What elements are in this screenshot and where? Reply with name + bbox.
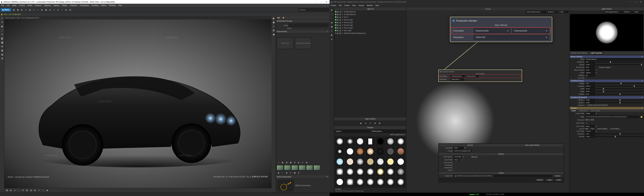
- menu-editors[interactable]: Editors: [101, 4, 106, 6]
- maximize-button[interactable]: □: [633, 0, 638, 3]
- panel-tool-icon[interactable]: ◧: [281, 161, 284, 164]
- tool-icon[interactable]: ✎: [0, 32, 4, 36]
- panel-tool-icon[interactable]: ◆: [305, 161, 308, 164]
- hot-thumb[interactable]: [292, 165, 298, 170]
- tool-icon[interactable]: ⊕: [0, 44, 4, 48]
- menu-product[interactable]: Product: [19, 4, 25, 6]
- longitude-input[interactable]: [585, 85, 595, 87]
- tool-icon[interactable]: ◉: [330, 21, 334, 24]
- latitude-slider[interactable]: [596, 83, 643, 84]
- control-icon[interactable]: ✖: [373, 121, 377, 125]
- bottom-tool-icon[interactable]: ◉: [45, 189, 49, 192]
- bottom-tool-icon[interactable]: ◆: [33, 189, 37, 192]
- image-path-input[interactable]: [585, 116, 639, 118]
- tool-icon[interactable]: ◉: [0, 49, 4, 52]
- control-icon[interactable]: ⊕: [364, 121, 368, 125]
- toolbar-icon[interactable]: ▥: [68, 8, 72, 12]
- width-slider[interactable]: [596, 88, 643, 89]
- menu-mapping[interactable]: Mapping: [44, 4, 51, 6]
- project-checkbox[interactable]: [454, 169, 455, 171]
- tool-icon[interactable]: ◧: [0, 36, 4, 40]
- handle-u-slider[interactable]: [596, 100, 643, 100]
- preset-thumb[interactable]: [335, 147, 345, 156]
- colormode-select[interactable]: Source: [585, 130, 595, 132]
- hot-thumb[interactable]: [306, 165, 313, 170]
- tool-icon[interactable]: ⚙: [0, 57, 4, 60]
- tool-icon[interactable]: ◆: [272, 32, 276, 36]
- light-row[interactable]: ◧▤☀2k Mole Blurred: [334, 13, 406, 16]
- toolbar-icon[interactable]: ●: [24, 8, 28, 12]
- tab-rvs[interactable]: Render View Settings: [569, 52, 589, 54]
- bottom-tool-icon[interactable]: ⬚: [41, 189, 45, 192]
- refresh-icon[interactable]: ↻: [325, 30, 329, 33]
- orientation-select-1[interactable]: Patchwork3D ▾: [451, 75, 464, 77]
- preset-thumb[interactable]: [335, 167, 345, 177]
- toolbar-icon[interactable]: ☼: [60, 8, 64, 12]
- hot-thumb[interactable]: [277, 165, 284, 170]
- content-colorprofile-select[interactable]: linear: [585, 125, 595, 128]
- preset-thumb[interactable]: [376, 137, 385, 146]
- browse-button[interactable]: Browse: [553, 175, 562, 177]
- opacity-slider[interactable]: [596, 64, 643, 65]
- panel-tool-icon[interactable]: ◉: [285, 171, 288, 175]
- orientation-select-2[interactable]: Patchwork3D▾: [512, 28, 549, 33]
- light-row[interactable]: ◧▤☀Round Light: [334, 21, 406, 24]
- resolution-select[interactable]: 1500x750 ▾: [451, 78, 464, 81]
- toolbar-icon[interactable]: ☰: [56, 8, 60, 12]
- tool-icon[interactable]: ⊕: [330, 37, 334, 41]
- width-input[interactable]: [585, 88, 595, 90]
- preset-thumb[interactable]: [396, 167, 406, 177]
- panel-tool-icon[interactable]: ⊞: [293, 161, 296, 164]
- tool-icon[interactable]: ○: [330, 16, 334, 20]
- close-button[interactable]: ✕: [638, 0, 643, 3]
- canvas-format-select[interactable]: RGB(A) ▾: [547, 10, 557, 13]
- menu-view[interactable]: View: [352, 4, 356, 6]
- minimize-button[interactable]: –: [314, 0, 318, 3]
- menu-create[interactable]: Create: [344, 4, 349, 6]
- preset-thumb[interactable]: [386, 137, 395, 146]
- render-button[interactable]: Render: [535, 179, 544, 181]
- bottom-tool-icon[interactable]: ✦: [37, 189, 41, 192]
- blendchannel-select[interactable]: Color: [585, 69, 595, 71]
- book-icon[interactable]: ▮▮▮: [277, 16, 280, 19]
- tool-icon[interactable]: ⬚: [330, 12, 334, 16]
- tool-icon[interactable]: ⊞: [272, 28, 276, 32]
- edit-icon[interactable]: ✎: [325, 175, 329, 179]
- contenttype-select[interactable]: Image: [585, 112, 595, 115]
- preset-thumb[interactable]: [376, 157, 385, 167]
- bottom-tool-icon[interactable]: ☼: [17, 189, 21, 192]
- close-button[interactable]: Close: [554, 179, 563, 181]
- menu-file[interactable]: File: [1, 4, 4, 6]
- renderview-checkbox[interactable]: [454, 167, 455, 169]
- menu-edit[interactable]: Edit: [7, 4, 10, 6]
- flip-checkbox[interactable]: [594, 128, 596, 130]
- handle-v-input[interactable]: [585, 102, 595, 104]
- longitude-slider[interactable]: [596, 86, 643, 86]
- light-row[interactable]: ◧▤☀Round Light: [334, 18, 406, 21]
- preset-thumb[interactable]: [376, 177, 385, 187]
- toolbar-icon[interactable]: ↻: [32, 8, 36, 12]
- fastpreview-checkbox[interactable]: [454, 162, 455, 164]
- preset-thumb[interactable]: [376, 147, 385, 156]
- tool-icon[interactable]: ☼: [272, 24, 276, 28]
- minimize-button[interactable]: –: [628, 0, 633, 3]
- toolbar-icon[interactable]: ⊞: [48, 8, 52, 12]
- menu-surfaces[interactable]: Surfaces: [35, 4, 42, 6]
- preset-thumb[interactable]: [345, 137, 355, 146]
- toolbar-icon[interactable]: ◆: [40, 8, 44, 12]
- tool-icon[interactable]: ◐: [0, 24, 4, 28]
- tool-icon[interactable]: ↖: [0, 16, 4, 20]
- env-thumb-hdrls[interactable]: HDRLS Environment: [295, 37, 312, 49]
- bottom-tool-icon[interactable]: ●: [13, 189, 17, 192]
- light-row[interactable]: ◧▤☀Round Light: [334, 26, 406, 29]
- preset-thumb[interactable]: [396, 137, 406, 146]
- panel-icon[interactable]: ▦: [282, 16, 285, 19]
- res-input[interactable]: [454, 147, 464, 149]
- canvas[interactable]: ▦Production Render Map Settings Orientat…: [406, 13, 569, 193]
- panel-tool-icon[interactable]: ☼: [277, 161, 280, 164]
- light-row[interactable]: ◧▤☀Default Gradient Background: [334, 32, 406, 34]
- masterfile-input[interactable]: [454, 175, 552, 177]
- preset-thumb[interactable]: [335, 137, 345, 146]
- menu-mode[interactable]: Mode: [12, 4, 16, 6]
- toolbar-icon[interactable]: ▦: [44, 8, 48, 12]
